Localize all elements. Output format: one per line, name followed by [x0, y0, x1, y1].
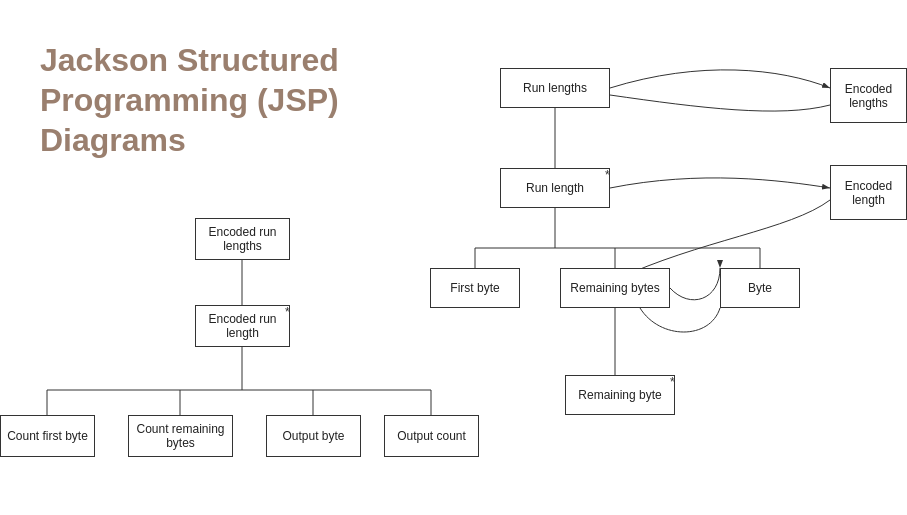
box-output-count: Output count	[384, 415, 479, 457]
page-title: Jackson Structured Programming (JSP) Dia…	[40, 40, 400, 160]
title-area: Jackson Structured Programming (JSP) Dia…	[40, 40, 400, 160]
star-enc-run-length: *	[285, 305, 290, 319]
box-enc-run-lengths: Encoded runlengths	[195, 218, 290, 260]
box-remaining-byte: Remaining byte	[565, 375, 675, 415]
star-run-length: *	[605, 168, 610, 182]
box-enc-lengths-r: Encoded lengths	[830, 68, 907, 123]
box-enc-length-r: Encoded length	[830, 165, 907, 220]
box-run-length: Run length	[500, 168, 610, 208]
box-byte: Byte	[720, 268, 800, 308]
box-count-first: Count first byte	[0, 415, 95, 457]
box-output-byte: Output byte	[266, 415, 361, 457]
box-enc-run-length: Encoded runlength	[195, 305, 290, 347]
box-first-byte: First byte	[430, 268, 520, 308]
box-count-remaining: Count remainingbytes	[128, 415, 233, 457]
box-remaining-bytes: Remaining bytes	[560, 268, 670, 308]
star-remaining-byte: *	[670, 375, 675, 389]
box-run-lengths: Run lengths	[500, 68, 610, 108]
